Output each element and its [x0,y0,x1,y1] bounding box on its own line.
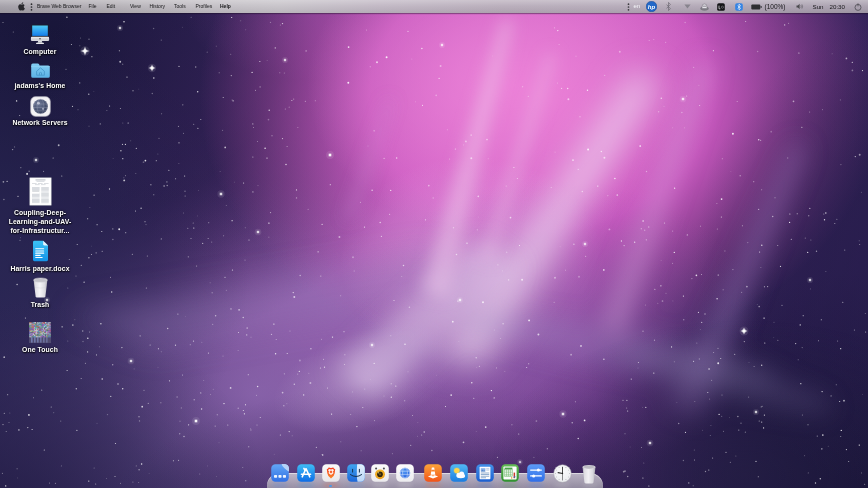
svg-text:hp: hp [648,4,656,10]
